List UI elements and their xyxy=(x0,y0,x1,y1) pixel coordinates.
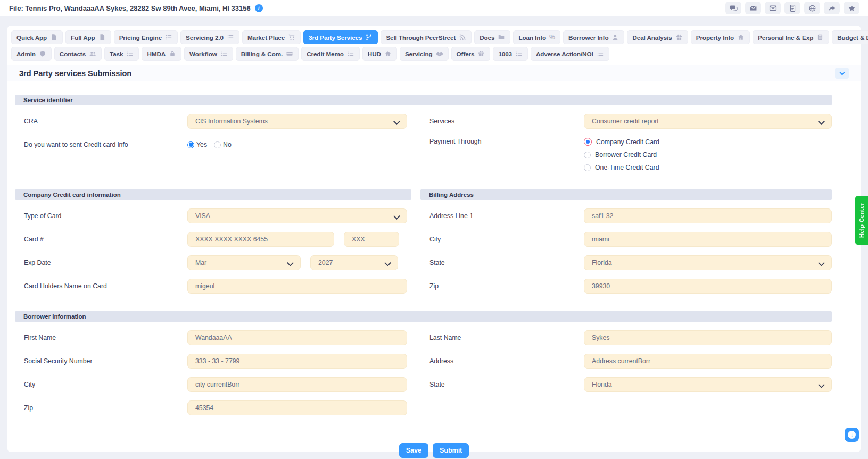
credit-card-no-radio[interactable]: No xyxy=(214,141,232,148)
services-select-value: Consumer credit report xyxy=(592,118,659,125)
tab-3rd-party-services[interactable]: 3rd Party Services xyxy=(303,30,378,44)
first-name-input[interactable] xyxy=(187,330,407,345)
tab-sell-through-peerstreet[interactable]: Sell Through PeerStreet xyxy=(381,30,472,44)
last-name-input[interactable] xyxy=(584,330,832,345)
list-icon xyxy=(347,50,354,57)
first-name-row: First Name xyxy=(15,330,411,345)
credit-card-question-label: Do you want to sent Credit card info xyxy=(24,141,187,148)
scroll-fab-button[interactable]: ↓ xyxy=(845,428,859,442)
borrower-address-row: Address xyxy=(420,354,832,369)
borrower-zip-input[interactable] xyxy=(187,400,407,415)
card-cvv-input[interactable] xyxy=(344,232,399,247)
services-select[interactable]: Consumer credit report xyxy=(584,114,832,129)
tab-task[interactable]: Task xyxy=(104,47,139,61)
tab-personal-inc-exp[interactable]: Personal Inc & Exp xyxy=(753,30,829,44)
send-button[interactable] xyxy=(765,2,781,14)
save-button[interactable]: Save xyxy=(399,443,428,458)
list-icon xyxy=(597,50,604,57)
cra-select[interactable]: CIS Information Systems xyxy=(187,114,407,129)
borrower-city-input[interactable] xyxy=(187,377,407,392)
tab-workflow[interactable]: Workflow xyxy=(184,47,233,61)
section-company-card: Company Credit card information xyxy=(15,189,411,200)
mail-button[interactable] xyxy=(745,2,761,14)
list-icon xyxy=(220,50,228,57)
down-arrow-icon: ↓ xyxy=(848,431,856,439)
tab-borrower-info[interactable]: Borrower Info xyxy=(563,30,624,44)
tab-admin[interactable]: Admin xyxy=(11,47,52,61)
ssn-input[interactable] xyxy=(187,354,407,369)
payment-through-options: Company Credit Card Borrower Credit Card… xyxy=(584,137,832,171)
services-label: Services xyxy=(429,118,584,125)
billing-address-input[interactable] xyxy=(584,208,832,223)
credit-card-yes-radio[interactable]: Yes xyxy=(187,141,207,148)
tabs-row-2: AdminContactsTaskHMDAWorkflowBilling & C… xyxy=(11,47,857,61)
borrower-grid: First Name Social Security Number City Z… xyxy=(15,322,853,424)
tab-property-info[interactable]: Property Info xyxy=(691,30,750,44)
tab-quick-app[interactable]: Quick App xyxy=(11,30,63,44)
section-service-identifier: Service identifier xyxy=(15,95,832,105)
calculator-icon xyxy=(816,34,824,41)
borrower-state-select[interactable]: Florida xyxy=(584,377,832,392)
card-holder-row: Card Holders Name on Card xyxy=(15,279,411,294)
billing-address-section: Billing Address Address Line 1 City Stat… xyxy=(420,189,853,302)
tab-docs[interactable]: Docs xyxy=(474,30,510,44)
tab-loan-info[interactable]: Loan Info% xyxy=(513,30,560,44)
list-icon xyxy=(515,50,523,57)
tab-label: Full App xyxy=(71,34,95,41)
submit-button[interactable]: Submit xyxy=(433,443,469,458)
tab-label: Admin xyxy=(16,51,36,57)
no-label: No xyxy=(223,141,232,148)
radio-selected-icon xyxy=(584,138,592,146)
exp-month-select[interactable]: Mar xyxy=(187,255,301,270)
exp-year-select[interactable]: 2027 xyxy=(310,255,398,270)
tab-label: HUD xyxy=(368,51,381,57)
tab-servicing[interactable]: Servicing xyxy=(400,47,449,61)
type-of-card-label: Type of Card xyxy=(24,212,187,220)
tab-credit-memo[interactable]: Credit Memo xyxy=(301,47,360,61)
collapse-button[interactable] xyxy=(835,68,849,79)
payment-company-credit-card-radio[interactable]: Company Credit Card xyxy=(584,138,832,146)
note-button[interactable] xyxy=(784,2,800,14)
section-borrower-information: Borrower Information xyxy=(15,311,832,322)
doc-icon xyxy=(98,34,106,41)
panel-header: 3rd Party services Submission xyxy=(7,65,861,81)
globe-button[interactable] xyxy=(804,2,820,14)
billing-zip-input[interactable] xyxy=(584,279,832,294)
exp-date-row: Exp Date Mar 2027 xyxy=(15,255,411,270)
star-icon xyxy=(848,4,856,12)
billing-state-select[interactable]: Florida xyxy=(584,255,832,270)
tab-adverse-action-noi[interactable]: Adverse Action/NOI xyxy=(531,47,609,61)
billing-city-input[interactable] xyxy=(584,232,832,247)
card-number-label: Card # xyxy=(24,236,187,243)
tab-label: 1003 xyxy=(498,51,512,57)
tab-pricing-engine[interactable]: Pricing Engine xyxy=(114,30,178,44)
star-button[interactable] xyxy=(844,2,859,14)
payment-option-label: Company Credit Card xyxy=(596,138,659,146)
forward-button[interactable] xyxy=(824,2,840,14)
tab-contacts[interactable]: Contacts xyxy=(54,47,102,61)
help-center-tab[interactable]: Help Center xyxy=(855,196,868,245)
card-number-fields xyxy=(187,232,411,247)
tab-budget-draws[interactable]: Budget & Draws$ xyxy=(832,30,868,44)
service-identifier-left: CRA CIS Information Systems Do you want … xyxy=(15,105,411,180)
info-icon[interactable]: i xyxy=(255,4,263,12)
tab-offers[interactable]: Offers xyxy=(451,47,491,61)
tab-billing-com[interactable]: Billing & Com. xyxy=(236,47,299,61)
tab-hmda[interactable]: HMDA xyxy=(142,47,181,61)
tab-deal-analysis[interactable]: Deal Analysis xyxy=(627,30,688,44)
exp-date-fields: Mar 2027 xyxy=(187,255,411,270)
payment-borrower-credit-card-radio[interactable]: Borrower Credit Card xyxy=(584,151,832,158)
borrower-address-input[interactable] xyxy=(584,354,832,369)
form-actions: Save Submit xyxy=(15,443,853,458)
tab-market-place[interactable]: Market Place xyxy=(242,30,301,44)
card-number-input[interactable] xyxy=(187,232,334,247)
card-holder-input[interactable] xyxy=(187,279,407,294)
payment-one-time-credit-card-radio[interactable]: One-Time Credit Card xyxy=(584,164,832,171)
comments-button[interactable] xyxy=(725,2,741,14)
tab-hud[interactable]: HUD xyxy=(362,47,397,61)
type-of-card-select[interactable]: VISA xyxy=(187,208,407,223)
tab-1003[interactable]: 1003 xyxy=(493,47,528,61)
shield-icon xyxy=(39,50,46,57)
tab-servicing-2-0[interactable]: Servicing 2.0 xyxy=(180,30,239,44)
tab-full-app[interactable]: Full App xyxy=(65,30,111,44)
